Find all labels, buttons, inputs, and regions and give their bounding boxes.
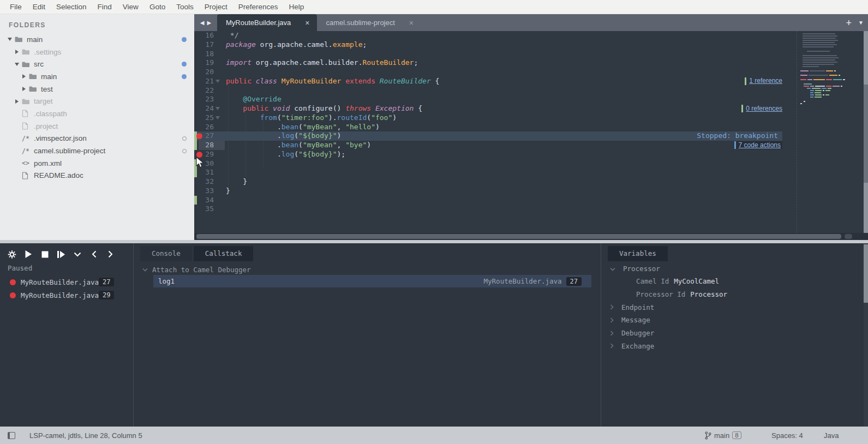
- debug-controls-panel: Paused MyRouteBuilder.java27MyRouteBuild…: [0, 243, 133, 427]
- chevron-right-icon[interactable]: [610, 302, 614, 312]
- breakpoint-icon[interactable]: [196, 133, 202, 139]
- indentation-status[interactable]: Spaces: 4: [771, 427, 803, 444]
- editor-vertical-scrollbar[interactable]: [864, 31, 868, 233]
- breakpoint-gutter[interactable]: [194, 133, 204, 139]
- syntax-status[interactable]: Java: [824, 427, 839, 444]
- chevron-right-button[interactable]: [106, 250, 115, 259]
- chevron-left-button[interactable]: [89, 250, 98, 259]
- chevron-down-button[interactable]: [73, 250, 82, 259]
- sidebar-folder-target[interactable]: target: [0, 95, 194, 107]
- fold-arrow[interactable]: [214, 107, 222, 110]
- tab-overflow-icon[interactable]: ▼: [858, 20, 864, 26]
- panel-toggle-icon[interactable]: [8, 432, 15, 439]
- sidebar-file-readme-adoc[interactable]: README.adoc: [0, 170, 194, 182]
- menu-item-help[interactable]: Help: [284, 3, 310, 11]
- chevron-down-icon[interactable]: [610, 263, 615, 273]
- fold-arrow[interactable]: [214, 80, 222, 83]
- fold-arrow[interactable]: [214, 116, 222, 119]
- stop-button[interactable]: [40, 250, 49, 259]
- variable-group-debugger[interactable]: Debugger: [601, 328, 654, 339]
- breakpoint-icon[interactable]: [196, 152, 202, 158]
- menu-item-view[interactable]: View: [117, 3, 144, 11]
- code-area[interactable]: 16 */17package org.apache.camel.example;…: [194, 31, 868, 233]
- panel-tab-console[interactable]: Console: [140, 246, 192, 261]
- annotation-link[interactable]: 0 references: [746, 104, 782, 113]
- menu-item-file[interactable]: File: [4, 3, 27, 11]
- tabs: MyRouteBuilder.java×camel.sublime-projec…: [217, 14, 421, 31]
- sidebar-folder-test[interactable]: test: [0, 83, 194, 95]
- code-text: }: [226, 187, 230, 196]
- line-number: 22: [204, 86, 214, 95]
- tab-nav-arrows[interactable]: ◀ ▶: [194, 14, 217, 31]
- menu-item-tools[interactable]: Tools: [171, 3, 199, 11]
- menu-item-edit[interactable]: Edit: [27, 3, 51, 11]
- expand-arrow-icon[interactable]: [14, 99, 20, 104]
- play-button[interactable]: [24, 250, 33, 259]
- menu-item-project[interactable]: Project: [199, 3, 233, 11]
- modified-dot-icon: [182, 37, 187, 42]
- gear-button[interactable]: [8, 250, 16, 259]
- tab-close-icon[interactable]: ×: [409, 19, 414, 27]
- tab-nav-right-icon[interactable]: ▶: [207, 20, 212, 26]
- sidebar-file--project[interactable]: .project: [0, 120, 194, 133]
- tab-camel-sublime-project[interactable]: camel.sublime-project×: [317, 14, 421, 31]
- stop-icon: [41, 251, 49, 258]
- breakpoint-entry[interactable]: MyRouteBuilder.java29: [0, 289, 133, 301]
- variable-group-endpoint[interactable]: Endpoint: [601, 302, 654, 313]
- fold-arrow-icon[interactable]: [215, 107, 220, 110]
- variable-group-message[interactable]: Message: [601, 315, 650, 326]
- stack-frame-row[interactable]: log1 MyRouteBuilder.java 27: [153, 275, 591, 287]
- minimap[interactable]: [797, 31, 851, 233]
- sidebar-folder-main[interactable]: main: [0, 70, 194, 83]
- variable-entry[interactable]: Camel IdMyCoolCamel: [601, 276, 719, 287]
- annotation-link[interactable]: 1 reference: [749, 76, 782, 86]
- expand-arrow-icon[interactable]: [14, 50, 20, 54]
- menu-item-selection[interactable]: Selection: [51, 3, 92, 11]
- menu-item-find[interactable]: Find: [92, 3, 117, 11]
- sidebar-folder-src[interactable]: src: [0, 58, 194, 70]
- annotation-7-code-actions[interactable]: 7 code actions: [734, 141, 782, 149]
- panel-tab-variables[interactable]: Variables: [608, 246, 668, 261]
- panel-scrollbar[interactable]: [864, 243, 868, 427]
- git-branch-status[interactable]: main 8: [705, 427, 741, 444]
- tab-close-icon[interactable]: ×: [305, 19, 309, 27]
- editor-vertical-scrollbar-thumb[interactable]: [864, 85, 868, 183]
- tab-myroutebuilder-java[interactable]: MyRouteBuilder.java×: [217, 14, 317, 31]
- sidebar-file-pom-xml[interactable]: <>pom.xml: [0, 157, 194, 170]
- breakpoint-gutter[interactable]: [194, 152, 204, 158]
- sidebar-file--classpath[interactable]: .classpath: [0, 107, 194, 120]
- menu-item-goto[interactable]: Goto: [144, 3, 171, 11]
- new-tab-icon[interactable]: +: [846, 18, 852, 28]
- modified-dot-icon: [182, 74, 187, 79]
- sidebar-folder--settings[interactable]: .settings: [0, 46, 194, 58]
- editor-horizontal-scrollbar-thumb[interactable]: [196, 234, 841, 239]
- chevron-right-icon[interactable]: [610, 315, 614, 325]
- variable-group-exchange[interactable]: Exchange: [601, 340, 654, 351]
- editor-horizontal-scrollbar[interactable]: [194, 233, 868, 240]
- annotation-link[interactable]: 7 code actions: [739, 141, 781, 150]
- step-over-button[interactable]: [57, 250, 65, 259]
- chevron-right-icon[interactable]: [610, 328, 614, 338]
- menu-item-preferences[interactable]: Preferences: [233, 3, 284, 11]
- fold-arrow-icon[interactable]: [215, 80, 220, 83]
- panel-scrollbar-thumb[interactable]: [864, 244, 868, 303]
- breakpoint-entry[interactable]: MyRouteBuilder.java27: [0, 276, 133, 288]
- annotation-1-reference[interactable]: 1 reference: [745, 77, 782, 85]
- fold-arrow-icon[interactable]: [215, 116, 220, 119]
- collapse-arrow-icon[interactable]: [7, 38, 13, 41]
- chevron-right-icon[interactable]: [610, 341, 614, 351]
- variable-group-processor[interactable]: Processor: [601, 263, 660, 274]
- variable-entry[interactable]: Processor IdProcessor: [601, 289, 727, 299]
- annotation-0-references[interactable]: 0 references: [741, 105, 782, 112]
- tab-nav-left-icon[interactable]: ◀: [200, 20, 205, 26]
- minimap-line: [799, 92, 851, 93]
- editor-horizontal-scrollbar-end[interactable]: [845, 234, 852, 239]
- collapse-arrow-icon[interactable]: [14, 63, 20, 66]
- expand-arrow-icon[interactable]: [21, 87, 27, 91]
- sidebar-file-camel-sublime-project[interactable]: /*camel.sublime-project: [0, 145, 194, 157]
- thread-row[interactable]: Attach to Camel Debugger: [142, 264, 251, 275]
- panel-tab-callstack[interactable]: Callstack: [194, 246, 254, 261]
- sidebar-folder-main[interactable]: main: [0, 33, 194, 46]
- sidebar-file--vimspector-json[interactable]: /*.vimspector.json: [0, 133, 194, 145]
- expand-arrow-icon[interactable]: [21, 74, 27, 79]
